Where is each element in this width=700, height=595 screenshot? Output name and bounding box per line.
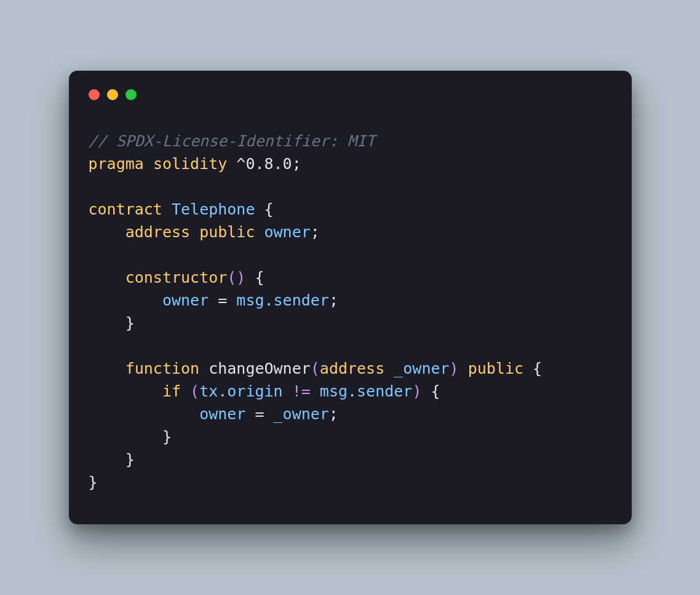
comment-line: // SPDX-License-Identifier: MIT: [89, 132, 376, 150]
indent: [89, 314, 125, 332]
neq-op: !=: [283, 382, 320, 400]
var-owner: owner: [199, 405, 245, 423]
indent: [89, 451, 125, 468]
lparen: (: [311, 360, 320, 377]
keyword-solidity: solidity: [153, 155, 227, 173]
keyword-address: address: [320, 360, 384, 377]
keyword-address: address: [125, 223, 190, 241]
brace-open: {: [255, 200, 273, 218]
origin-ident: origin: [227, 382, 282, 400]
semicolon: ;: [329, 405, 338, 423]
keyword-pragma: pragma: [89, 155, 144, 173]
semicolon: ;: [329, 291, 338, 309]
indent: [89, 291, 162, 309]
msg-ident: msg: [320, 382, 348, 400]
var-owner: owner: [264, 223, 311, 241]
param-owner: _owner: [274, 405, 329, 423]
brace-close: }: [162, 428, 172, 446]
dot: .: [218, 382, 227, 400]
msg-ident: msg: [236, 291, 264, 309]
keyword-constructor: constructor: [125, 269, 228, 286]
traffic-lights: [89, 89, 612, 100]
code-window: // SPDX-License-Identifier: MIT pragma s…: [69, 71, 632, 524]
brace-open: {: [421, 382, 440, 400]
maximize-icon[interactable]: [125, 89, 137, 100]
dot: .: [264, 291, 274, 309]
code-block: // SPDX-License-Identifier: MIT pragma s…: [89, 130, 612, 494]
indent: [89, 382, 162, 400]
assign-op: =: [245, 405, 273, 423]
keyword-function: function: [125, 360, 199, 377]
semicolon: ;: [311, 223, 320, 241]
brace-close: }: [125, 314, 135, 332]
dot: .: [348, 382, 357, 400]
var-owner: owner: [162, 291, 209, 309]
contract-name: Telephone: [172, 200, 255, 218]
brace-close: }: [89, 473, 98, 491]
rparen: ): [412, 382, 421, 400]
semicolon: ;: [292, 155, 301, 173]
func-name: changeOwner: [209, 360, 311, 377]
indent: [89, 223, 125, 241]
brace-open: {: [245, 269, 264, 286]
lparen: (: [181, 382, 199, 400]
assign-op: =: [209, 291, 236, 309]
keyword-public: public: [199, 223, 255, 241]
parens: (): [227, 269, 245, 286]
keyword-public: public: [468, 360, 523, 377]
indent: [89, 269, 125, 286]
version-literal: ^0.8.0: [236, 155, 292, 173]
rparen: ): [450, 360, 459, 377]
close-icon[interactable]: [89, 89, 100, 100]
indent: [89, 360, 125, 377]
tx-ident: tx: [199, 382, 218, 400]
param-owner: _owner: [394, 360, 449, 377]
keyword-if: if: [162, 382, 181, 400]
indent: [89, 405, 200, 423]
minimize-icon[interactable]: [107, 89, 118, 100]
sender-ident: sender: [274, 291, 329, 309]
sender-ident: sender: [357, 382, 412, 400]
brace-close: }: [125, 451, 135, 468]
indent: [89, 428, 162, 446]
keyword-contract: contract: [89, 200, 162, 218]
brace-open: {: [523, 360, 542, 377]
